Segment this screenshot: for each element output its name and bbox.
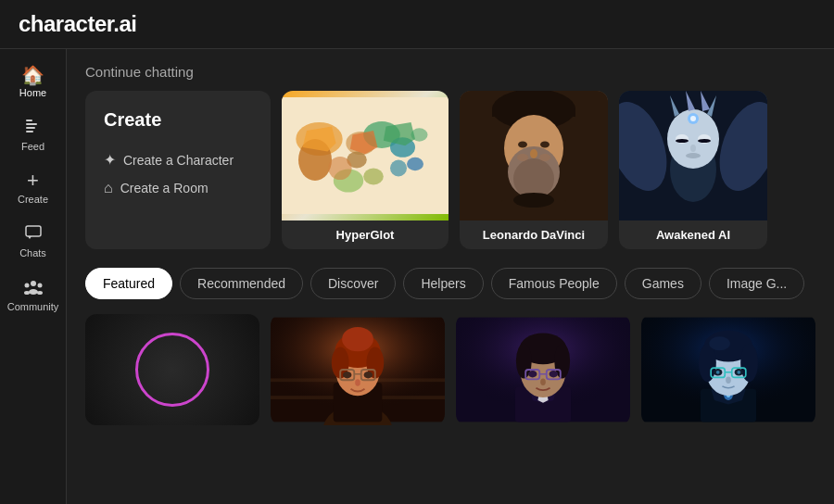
awakened-name: Awakened AI — [619, 220, 767, 249]
bottom-cards-row — [85, 314, 815, 425]
svg-point-20 — [363, 169, 384, 185]
section-continue-chatting: Continue chatting — [85, 64, 815, 80]
sidebar-item-home[interactable]: 🏠 Home — [6, 58, 61, 106]
tab-helpers[interactable]: Helpers — [403, 268, 483, 299]
svg-point-51 — [690, 145, 696, 152]
sidebar-item-community[interactable]: Community — [6, 270, 61, 320]
svg-point-99 — [740, 344, 758, 382]
svg-point-98 — [699, 344, 716, 382]
blue-char-card[interactable] — [641, 314, 815, 425]
svg-point-68 — [342, 327, 373, 351]
svg-point-37 — [530, 149, 537, 158]
svg-rect-3 — [26, 131, 33, 132]
awakened-image — [619, 91, 767, 220]
create-room-label: Create a Room — [120, 181, 208, 195]
circle-icon — [135, 333, 209, 407]
create-card-title: Create — [104, 109, 252, 131]
svg-point-6 — [24, 284, 29, 288]
svg-point-49 — [676, 139, 689, 143]
svg-point-72 — [343, 372, 351, 379]
create-character-option[interactable]: ✦ Create a Character — [104, 145, 252, 174]
character-icon: ✦ — [104, 151, 116, 169]
sidebar-item-create[interactable]: + Create — [6, 163, 61, 212]
svg-point-107 — [737, 371, 740, 374]
create-character-label: Create a Character — [123, 153, 234, 168]
tab-image-gen[interactable]: Image G... — [709, 268, 804, 299]
davinci-name: Leonardo DaVinci — [460, 220, 608, 249]
tab-games[interactable]: Games — [625, 268, 701, 299]
davinci-image — [460, 91, 608, 220]
svg-rect-0 — [26, 120, 32, 121]
tab-recommended[interactable]: Recommended — [180, 268, 303, 299]
create-room-option[interactable]: ⌂ Create a Room — [104, 174, 252, 202]
davinci-card[interactable]: Leonardo DaVinci — [460, 91, 608, 249]
svg-point-74 — [355, 379, 360, 386]
logo: character.ai — [19, 11, 136, 36]
svg-point-18 — [407, 158, 423, 170]
svg-point-46 — [690, 116, 696, 121]
svg-point-25 — [328, 157, 351, 180]
tabs-row: Featured Recommended Discover Helpers Fa… — [85, 268, 815, 299]
redhead-char-card[interactable] — [271, 314, 445, 425]
svg-point-108 — [726, 377, 731, 384]
svg-point-87 — [528, 371, 537, 378]
svg-rect-1 — [26, 123, 37, 125]
room-icon: ⌂ — [104, 180, 113, 196]
sidebar-item-feed[interactable]: Feed — [6, 109, 61, 159]
svg-point-35 — [518, 142, 527, 148]
tab-featured[interactable]: Featured — [85, 268, 172, 299]
svg-point-50 — [698, 139, 711, 143]
header: character.ai — [0, 0, 834, 49]
main-layout: 🏠 Home Feed + Create — [0, 49, 834, 504]
svg-point-52 — [686, 153, 701, 158]
sidebar-create-label: Create — [18, 194, 48, 205]
svg-point-10 — [37, 291, 43, 295]
svg-rect-4 — [26, 226, 41, 236]
circle-char-image — [85, 314, 259, 425]
sidebar-community-label: Community — [7, 301, 59, 312]
svg-point-89 — [540, 378, 546, 385]
hyperglot-card[interactable]: HyperGlot — [282, 91, 449, 249]
svg-point-36 — [540, 142, 550, 148]
community-icon — [23, 277, 44, 298]
sidebar-feed-label: Feed — [21, 141, 44, 152]
svg-point-39 — [513, 193, 554, 208]
tab-famous-people[interactable]: Famous People — [491, 268, 617, 299]
svg-point-7 — [37, 284, 42, 288]
sidebar: 🏠 Home Feed + Create — [0, 49, 67, 504]
home-icon: 🏠 — [21, 66, 44, 84]
sidebar-chats-label: Chats — [19, 247, 46, 258]
content-area: Continue chatting Create ✦ Create a Char… — [67, 49, 834, 504]
hyperglot-image — [282, 91, 449, 220]
svg-point-73 — [364, 372, 373, 379]
feed-icon — [24, 117, 43, 138]
chats-icon — [24, 223, 43, 245]
svg-point-33 — [517, 154, 528, 161]
svg-rect-2 — [26, 127, 35, 129]
svg-point-9 — [24, 291, 30, 295]
svg-point-88 — [550, 371, 558, 378]
create-card: Create ✦ Create a Character ⌂ Create a R… — [85, 91, 271, 249]
svg-point-8 — [29, 289, 38, 295]
svg-point-34 — [539, 154, 550, 161]
svg-point-26 — [390, 160, 407, 177]
awakened-card[interactable]: Awakened AI — [619, 91, 767, 249]
circle-char-card[interactable] — [85, 314, 259, 425]
sidebar-home-label: Home — [19, 87, 46, 98]
hyperglot-name: HyperGlot — [282, 220, 449, 249]
sidebar-item-chats[interactable]: Chats — [6, 216, 61, 266]
tab-discover[interactable]: Discover — [310, 268, 396, 299]
purple-char-card[interactable] — [456, 314, 630, 425]
svg-point-5 — [31, 281, 36, 286]
svg-point-100 — [709, 336, 730, 350]
chat-cards-row: Create ✦ Create a Character ⌂ Create a R… — [85, 91, 815, 249]
create-icon: + — [27, 170, 39, 191]
svg-point-106 — [716, 371, 720, 374]
